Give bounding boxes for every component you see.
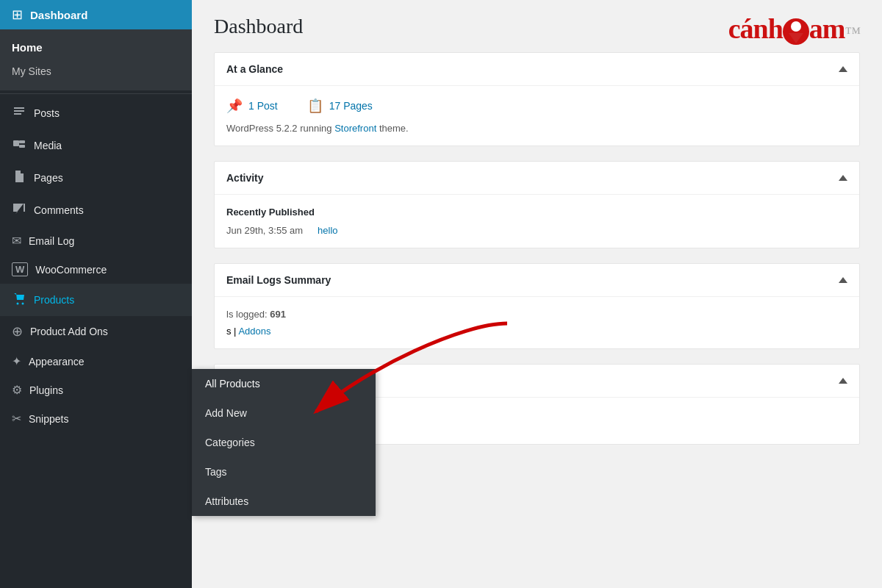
at-a-glance-card: At a Glance 📌 1 Post 📋 17 Pages WordPres… (214, 52, 860, 146)
woocommerce-icon: W (12, 262, 28, 276)
sidebar: ⊞ Dashboard Home My Sites Posts Media Pa… (0, 0, 192, 588)
recently-published-section: Recently Published Jun 29th, 3:55 am hel… (226, 207, 847, 236)
activity-card: Activity Recently Published Jun 29th, 3:… (214, 161, 860, 248)
glance-row: 📌 1 Post 📋 17 Pages (226, 98, 847, 114)
email-log-label: Email Log (29, 235, 74, 247)
snippets-label: Snippets (29, 413, 68, 425)
activity-date: Jun 29th, 3:55 am (226, 225, 303, 236)
theme-link[interactable]: Storefront (334, 123, 376, 134)
sidebar-item-posts[interactable]: Posts (0, 97, 192, 129)
sidebar-item-plugins[interactable]: ⚙ Plugins (0, 376, 192, 404)
pages-label: Pages (34, 172, 63, 184)
dropdown-item-all-products[interactable]: All Products (192, 369, 376, 398)
email-logs-collapse-icon[interactable] (839, 277, 847, 283)
comments-icon (12, 201, 26, 219)
collapse-icon[interactable] (839, 66, 847, 72)
dropdown-item-attributes[interactable]: Attributes (192, 487, 376, 516)
sidebar-item-media[interactable]: Media (0, 129, 192, 162)
media-icon (12, 137, 26, 154)
product-add-ons-label: Product Add Ons (30, 326, 108, 337)
appearance-label: Appearance (29, 356, 85, 368)
svg-rect-0 (13, 140, 19, 146)
plugins-icon: ⚙ (12, 383, 22, 397)
activity-post-link[interactable]: hello (318, 225, 337, 236)
activity-body: Recently Published Jun 29th, 3:55 am hel… (215, 195, 859, 248)
plugins-label: Plugins (29, 384, 63, 396)
pages-count-icon: 📋 (307, 98, 323, 114)
products-dropdown-menu: All Products Add New Categories Tags Att… (192, 369, 376, 516)
sidebar-item-product-add-ons[interactable]: ⊕ Product Add Ons (0, 316, 192, 347)
sidebar-item-my-sites[interactable]: My Sites (0, 62, 192, 85)
snippets-icon: ✂ (12, 412, 21, 426)
posts-count-link[interactable]: 1 Post (248, 100, 278, 112)
email-logged-text: ls logged: 691 (226, 309, 847, 320)
posts-label: Posts (34, 107, 60, 119)
svg-point-4 (22, 303, 24, 305)
product-add-ons-icon: ⊕ (12, 323, 23, 340)
main-header: Dashboard cánh am™ (192, 0, 882, 52)
email-logged-count: 691 (270, 309, 286, 320)
home-label: Home (12, 41, 43, 54)
activity-title: Activity (226, 172, 264, 184)
sidebar-item-comments[interactable]: Comments (0, 194, 192, 226)
sidebar-item-appearance[interactable]: ✦ Appearance (0, 347, 192, 376)
activity-row: Jun 29th, 3:55 am hello (226, 225, 847, 236)
pages-icon (12, 169, 26, 187)
posts-icon (12, 104, 26, 122)
email-logs-header: Email Logs Summary (215, 264, 859, 297)
sidebar-item-home[interactable]: Home (0, 32, 192, 62)
sidebar-item-snippets[interactable]: ✂ Snippets (0, 404, 192, 433)
dashboard-label: Dashboard (30, 9, 87, 21)
sidebar-item-email-log[interactable]: ✉ Email Log (0, 226, 192, 255)
addons-link[interactable]: Addons (238, 326, 270, 337)
wordpress-info: WordPress 5.2.2 running Storefront theme… (226, 123, 847, 134)
brand-logo: cánh am™ (728, 15, 860, 45)
dropdown-item-add-new[interactable]: Add New (192, 398, 376, 428)
recently-published-label: Recently Published (226, 207, 847, 218)
my-sites-label: My Sites (12, 65, 51, 77)
pages-count-item[interactable]: 📋 17 Pages (307, 98, 373, 114)
page-title: Dashboard (214, 15, 303, 38)
sidebar-item-pages[interactable]: Pages (0, 162, 192, 194)
posts-count-item[interactable]: 📌 1 Post (226, 98, 278, 114)
activity-header: Activity (215, 162, 859, 195)
at-a-glance-title: At a Glance (226, 63, 283, 75)
sidebar-header[interactable]: ⊞ Dashboard (0, 0, 192, 29)
activity-collapse-icon[interactable] (839, 175, 847, 181)
pin-icon: 📌 (226, 98, 243, 114)
svg-rect-2 (19, 145, 25, 148)
products-label: Products (34, 294, 74, 306)
media-label: Media (34, 140, 62, 151)
dropdown-item-tags[interactable]: Tags (192, 457, 376, 487)
svg-rect-1 (19, 140, 25, 143)
sidebar-item-products[interactable]: Products (0, 284, 192, 316)
email-logs-links: s | Addons (226, 326, 847, 337)
email-logs-card: Email Logs Summary ls logged: 691 s | Ad… (214, 263, 860, 349)
at-a-glance-body: 📌 1 Post 📋 17 Pages WordPress 5.2.2 runn… (215, 86, 859, 146)
appearance-icon: ✦ (12, 354, 21, 368)
pages-count-link[interactable]: 17 Pages (329, 100, 373, 112)
email-logs-body: ls logged: 691 s | Addons (215, 297, 859, 348)
comments-label: Comments (34, 204, 84, 216)
email-logs-title: Email Logs Summary (226, 274, 331, 286)
products-icon (12, 291, 26, 309)
svg-point-3 (17, 303, 19, 305)
woocommerce-label: WooCommerce (35, 264, 107, 276)
dropdown-item-categories[interactable]: Categories (192, 428, 376, 457)
recent-reviews-collapse-icon[interactable] (839, 378, 847, 384)
email-log-icon: ✉ (12, 234, 21, 248)
at-a-glance-header: At a Glance (215, 53, 859, 86)
sidebar-item-woocommerce[interactable]: W WooCommerce (0, 255, 192, 284)
dashboard-icon: ⊞ (12, 7, 23, 23)
